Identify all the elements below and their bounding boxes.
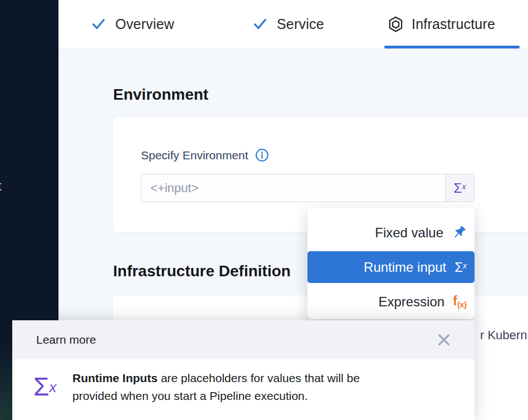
check-icon (252, 16, 268, 32)
active-tab-underline (384, 46, 520, 48)
tab-overview-label: Overview (115, 16, 174, 32)
environment-input[interactable] (141, 174, 445, 202)
close-icon[interactable] (437, 333, 451, 347)
sidebar-partial-label: t (0, 178, 2, 194)
check-icon (90, 16, 107, 32)
learn-more-header: Learn more (12, 320, 475, 359)
menu-item-expression[interactable]: Expression f(x) (307, 286, 475, 318)
learn-more-popup: Learn more Σx Runtime Inputs are placeho… (12, 320, 475, 420)
kubernetes-partial-text: r Kubern (480, 328, 527, 343)
stage-tabbar: Overview Service Infrastructure (58, 0, 528, 49)
sigma-icon: Σx (454, 180, 466, 196)
infrastructure-definition-title: Infrastructure Definition (113, 262, 291, 280)
learn-more-body: Σx Runtime Inputs are placeholders for v… (12, 359, 475, 420)
expression-fx-icon: f(x) (453, 294, 467, 309)
tab-infrastructure-label: Infrastructure (412, 16, 495, 32)
tab-service-label: Service (277, 16, 324, 32)
menu-item-fixed-value[interactable]: Fixed value (307, 217, 475, 248)
pin-icon (448, 222, 470, 243)
value-type-dropdown: Fixed value Runtime input Σx Expression … (307, 208, 475, 319)
specify-environment-label: Specify Environment (141, 149, 248, 162)
hexagon-icon (388, 16, 403, 32)
runtime-sigma-icon: Σx (454, 260, 467, 275)
runtime-sigma-icon-large: Σx (33, 372, 56, 402)
environment-section-title: Environment (113, 86, 208, 104)
environment-input-group: Σx (141, 174, 475, 202)
learn-more-title: Learn more (36, 333, 96, 346)
menu-item-runtime-input[interactable]: Runtime input Σx (307, 251, 475, 283)
tab-overview[interactable]: Overview (90, 0, 174, 48)
learn-more-text: Runtime Inputs are placeholders for valu… (72, 369, 451, 405)
runtime-input-toggle-button[interactable]: Σx (445, 174, 474, 202)
tab-infrastructure[interactable]: Infrastructure (388, 0, 495, 48)
tab-service[interactable]: Service (252, 0, 324, 48)
info-icon[interactable] (255, 148, 269, 162)
